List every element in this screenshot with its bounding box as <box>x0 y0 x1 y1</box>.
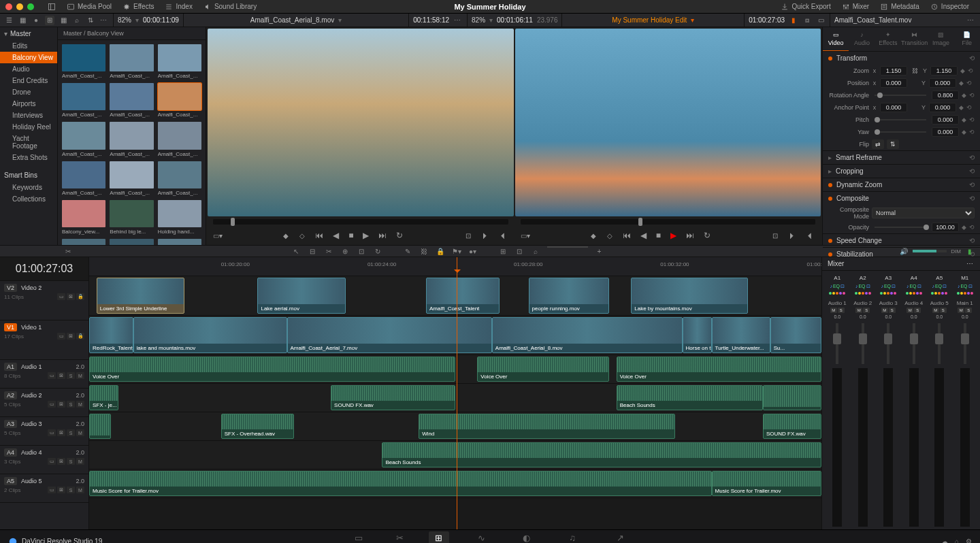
metadata-button[interactable]: Metadata <box>875 0 925 14</box>
zoom-y-input[interactable]: 1.150 <box>930 66 958 76</box>
timeline-clip[interactable]: Amalfi_Coast_Talent <box>426 278 500 314</box>
media-pool-button[interactable]: Media Pool <box>61 0 117 14</box>
pos-x-input[interactable]: 0.000 <box>880 78 907 88</box>
source-viewer[interactable]: ▭▾ ◆ ◇ ⏮ ◀ ■ ▶ ⏭ ↻ ⊡ ⏵ ⏴ <box>208 29 514 244</box>
anchor-x-input[interactable]: 0.000 <box>880 103 907 112</box>
maximize-window-icon[interactable] <box>27 3 34 10</box>
inspector-more-icon[interactable]: ⋯ <box>966 16 976 25</box>
inspector-section-header[interactable]: Dynamic Zoom⟲ <box>823 178 980 191</box>
mixer-strip[interactable]: A5 ♪EQ⊡ Audio 5 MS 0.0 <box>927 274 952 527</box>
media-thumbnail[interactable] <box>110 239 153 245</box>
bin-item[interactable]: Audio <box>0 63 57 75</box>
reset-icon[interactable]: ⟲ <box>969 92 975 99</box>
track-header[interactable]: A4Audio 42.03 Clips▭⊠SM <box>0 446 88 474</box>
track-id[interactable]: A5 <box>4 477 17 485</box>
bin-item[interactable]: Airports <box>0 98 57 110</box>
rotation-slider[interactable] <box>875 95 926 96</box>
source-scrubber[interactable] <box>213 219 508 225</box>
track-id[interactable]: V1 <box>4 323 17 331</box>
track-header[interactable]: V2Video 211 Clips▭⊠🔒 <box>0 281 88 320</box>
source-play-button[interactable]: ▶ <box>361 229 370 242</box>
track-id[interactable]: V2 <box>4 284 17 292</box>
inspector-section-header[interactable]: ▸Cropping⟲ <box>823 165 980 178</box>
timeline-clip[interactable] <box>763 385 821 410</box>
timeline-clip[interactable]: Su... <box>770 317 821 353</box>
page-tab[interactable]: ◐Color <box>514 531 538 544</box>
source-in-button[interactable]: ⏵ <box>480 229 491 242</box>
link-icon[interactable]: ⛓ <box>910 66 919 76</box>
composite-mode-select[interactable]: Normal <box>872 208 975 218</box>
track-lane[interactable]: RedRock_Talent_3...lake and mountains.mo… <box>89 316 821 355</box>
timeline-clip[interactable]: RedRock_Talent_3... <box>89 317 133 353</box>
trim-tool-icon[interactable]: ⊟ <box>308 246 317 256</box>
inspector-tab[interactable]: ⧓Transition <box>901 27 928 51</box>
fader[interactable] <box>887 323 889 364</box>
reset-icon[interactable]: ⟲ <box>969 116 975 123</box>
reset-icon[interactable]: ⟲ <box>968 67 973 74</box>
bin-item[interactable]: Holiday Reel <box>0 121 57 133</box>
smart-bin-item[interactable]: Collections <box>0 193 57 205</box>
master-volume-slider[interactable] <box>913 250 947 252</box>
keyframe-icon[interactable]: ◆ <box>962 224 966 231</box>
timeline-clip[interactable]: people running.mov <box>529 278 609 314</box>
timeline-clip[interactable]: Voice Over <box>89 357 455 382</box>
settings-icon[interactable]: ⚙ <box>966 538 972 543</box>
record-stop-button[interactable]: ■ <box>655 229 662 242</box>
source-step-back-button[interactable]: ◀ <box>331 229 340 242</box>
source-clip-name[interactable]: Amalfi_Coast_Aerial_8.mov <box>250 16 334 24</box>
zoom-slider[interactable] <box>547 246 588 248</box>
record-next-edit-icon[interactable]: ◇ <box>605 231 615 240</box>
more-options-icon[interactable]: ⋯ <box>99 16 109 25</box>
pitch-slider[interactable] <box>875 119 926 120</box>
source-first-frame-button[interactable]: ⏮ <box>314 229 325 242</box>
timeline-clip[interactable]: SFX - je... <box>89 385 118 410</box>
zoom-x-input[interactable]: 1.150 <box>880 66 907 76</box>
media-thumbnail[interactable]: Amalfi_Coast_... <box>110 83 153 118</box>
inspector-section-header[interactable]: ▸Smart Reframe⟲ <box>823 151 980 164</box>
razor-icon[interactable]: ✎ <box>403 246 412 256</box>
mixer-strip[interactable]: A2 ♪EQ⊡ Audio 2 MS 0.0 <box>851 274 876 527</box>
media-thumbnail[interactable]: Amalfi_Coast_... <box>158 83 201 118</box>
safe-area-icon[interactable]: ⧈ <box>802 16 812 25</box>
flip-h-button[interactable]: ⇄ <box>872 139 884 149</box>
mixer-strip[interactable]: A3 ♪EQ⊡ Audio 3 MS 0.0 <box>876 274 901 527</box>
source-match-frame-icon[interactable]: ⊡ <box>463 231 473 240</box>
media-thumbnail[interactable]: Amalfi_Coast_... <box>62 161 105 196</box>
timeline-clip[interactable]: SOUND FX.wav <box>763 414 821 439</box>
track-header[interactable]: A1Audio 12.08 Clips▭⊠SM <box>0 360 88 389</box>
flip-v-button[interactable]: ⇅ <box>887 139 899 149</box>
keyframe-icon[interactable]: ◆ <box>962 116 966 123</box>
media-thumbnail[interactable]: Amalfi_Coast_... <box>62 122 105 157</box>
record-first-frame-button[interactable]: ⏮ <box>621 229 632 242</box>
reset-icon[interactable]: ⟲ <box>969 129 975 135</box>
source-zoom[interactable]: 82% <box>118 16 131 24</box>
timeline-clip[interactable]: Voice Over <box>477 357 609 382</box>
media-thumbnail[interactable]: Amalfi_Coast_... <box>62 44 105 79</box>
page-tab[interactable]: ♫Fairlight <box>557 531 587 544</box>
search-icon[interactable]: ⌕ <box>72 16 82 25</box>
timeline-clip[interactable] <box>89 414 111 439</box>
effects-button[interactable]: Effects <box>117 0 159 14</box>
close-window-icon[interactable] <box>5 3 12 10</box>
media-thumbnail[interactable]: Amalfi_Coast_... <box>158 122 201 157</box>
home-icon[interactable]: ☁ <box>941 538 948 543</box>
source-more-icon[interactable]: ⋯ <box>453 16 463 25</box>
bin-item[interactable]: Interviews <box>0 110 57 121</box>
track-lane[interactable]: Beach Sounds <box>89 441 821 470</box>
pos-y-input[interactable]: 0.000 <box>929 78 956 88</box>
fader[interactable] <box>938 323 941 364</box>
page-tab[interactable]: ⊞Edit <box>429 531 449 544</box>
marker-icon[interactable]: ▮ <box>789 16 798 25</box>
record-viewer[interactable]: ▭▾ ◆ ◇ ⏮ ◀ ■ ▶ ⏭ ↻ ⊡ ⏵ ⏴ <box>515 29 821 244</box>
keyframe-icon[interactable]: ◆ <box>959 104 964 111</box>
timeline-clip[interactable]: Beach Sounds <box>382 442 821 467</box>
timeline-clip[interactable]: Lower 3rd Simple Underline <box>97 278 184 314</box>
timeline-clip[interactable]: SFX - Overhead.wav <box>221 414 295 439</box>
mute-icon[interactable]: ▮ <box>965 246 975 256</box>
bin-item[interactable]: End Credits <box>0 75 57 86</box>
playhead[interactable] <box>457 257 457 529</box>
track-buttons[interactable]: ▭⊠🔒 <box>57 293 84 300</box>
source-stop-button[interactable]: ■ <box>347 229 355 242</box>
record-step-back-button[interactable]: ◀ <box>639 229 648 242</box>
zoom-toggle-icon[interactable]: ⊡ <box>514 246 524 256</box>
